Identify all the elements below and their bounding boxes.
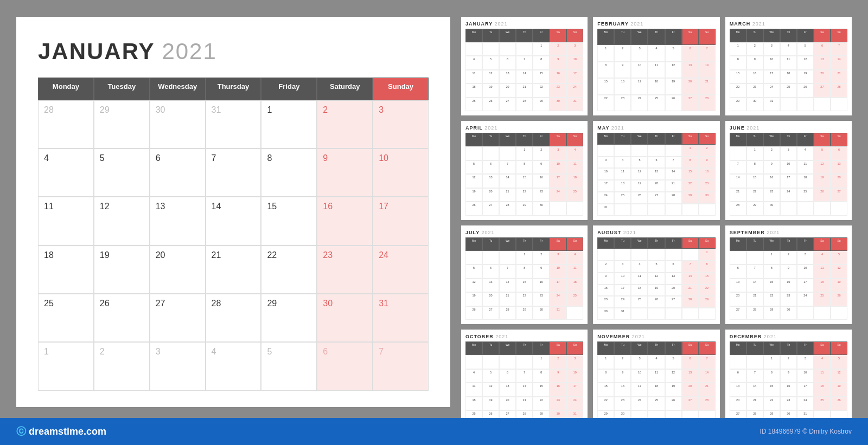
day-cell[interactable]: 3 xyxy=(150,342,206,390)
small-cal-cell[interactable]: 13 xyxy=(665,273,682,285)
small-cal-cell[interactable] xyxy=(814,202,831,215)
day-cell[interactable]: 28 xyxy=(38,100,94,149)
small-cal-cell[interactable]: 11 xyxy=(465,383,482,396)
small-cal-cell[interactable]: 12 xyxy=(648,273,665,285)
small-cal-cell[interactable]: 9 xyxy=(763,160,780,174)
small-cal-cell[interactable]: 4 xyxy=(465,56,482,69)
small-cal-cell[interactable]: 22 xyxy=(597,397,614,410)
small-cal-cell[interactable]: 5 xyxy=(831,355,847,369)
small-cal-cell[interactable]: 27 xyxy=(831,188,847,202)
small-cal-cell[interactable]: 22 xyxy=(597,95,614,112)
small-cal-cell[interactable]: 5 xyxy=(465,160,482,174)
small-cal-cell[interactable]: 15 xyxy=(597,78,614,95)
small-cal-cell[interactable]: 25 xyxy=(614,192,631,204)
day-cell[interactable]: 12 xyxy=(94,197,150,245)
small-cal-cell[interactable] xyxy=(631,249,648,261)
small-cal-cell[interactable]: 4 xyxy=(797,146,814,160)
small-cal-cell[interactable]: 9 xyxy=(746,56,763,69)
day-cell[interactable]: 2 xyxy=(94,342,150,390)
small-cal-cell[interactable]: 16 xyxy=(614,78,631,95)
small-cal-cell[interactable]: 7 xyxy=(516,369,533,383)
small-cal-cell[interactable]: 5 xyxy=(814,146,831,160)
small-cal-cell[interactable]: 9 xyxy=(550,369,566,383)
small-cal-cell[interactable]: 30 xyxy=(533,306,550,320)
day-cell[interactable]: 25 xyxy=(38,294,94,342)
small-cal-cell[interactable]: 8 xyxy=(516,265,533,278)
small-cal-cell[interactable] xyxy=(699,204,716,216)
small-cal-cell[interactable]: 20 xyxy=(831,174,847,188)
small-cal-cell[interactable]: 11 xyxy=(465,70,482,83)
small-cal-cell[interactable]: 6 xyxy=(814,42,831,56)
small-cal-cell[interactable]: 17 xyxy=(631,78,648,95)
small-cal-cell[interactable]: 8 xyxy=(730,56,746,69)
small-cal-cell[interactable]: 3 xyxy=(797,355,814,369)
day-cell[interactable]: 30 xyxy=(317,294,373,342)
small-cal-cell[interactable]: 25 xyxy=(648,397,665,410)
small-cal-cell[interactable]: 20 xyxy=(730,292,746,306)
small-cal-cell[interactable]: 2 xyxy=(550,355,566,369)
small-cal-cell[interactable] xyxy=(499,355,516,369)
small-cal-cell[interactable]: 24 xyxy=(566,83,583,97)
day-cell[interactable]: 8 xyxy=(261,149,317,197)
small-cal-cell[interactable]: 20 xyxy=(499,83,516,97)
day-cell[interactable]: 24 xyxy=(373,246,429,294)
small-cal-cell[interactable]: 18 xyxy=(465,83,482,97)
small-cal-cell[interactable]: 24 xyxy=(763,83,780,97)
small-cal-cell[interactable]: 8 xyxy=(597,369,614,383)
small-cal-cell[interactable]: 1 xyxy=(597,355,614,369)
small-cal-cell[interactable]: 17 xyxy=(566,383,583,396)
small-cal-cell[interactable]: 1 xyxy=(746,146,763,160)
small-cal-cell[interactable] xyxy=(797,306,814,320)
small-cal-cell[interactable] xyxy=(614,145,631,157)
small-cal-cell[interactable]: 31 xyxy=(550,306,566,320)
small-cal-cell[interactable]: 4 xyxy=(465,369,482,383)
small-cal-cell[interactable]: 18 xyxy=(566,279,583,292)
small-cal-cell[interactable]: 25 xyxy=(465,98,482,111)
small-cal-cell[interactable]: 22 xyxy=(682,180,699,192)
small-cal-cell[interactable] xyxy=(482,146,499,160)
small-cal-cell[interactable]: 19 xyxy=(482,83,499,97)
small-cal-cell[interactable]: 10 xyxy=(797,265,814,278)
small-cal-cell[interactable]: 6 xyxy=(648,157,665,169)
small-cal-cell[interactable]: 15 xyxy=(516,279,533,292)
small-cal-cell[interactable]: 12 xyxy=(665,369,682,383)
small-cal-cell[interactable] xyxy=(465,146,482,160)
small-cal-cell[interactable]: 1 xyxy=(533,42,550,56)
small-cal-cell[interactable]: 27 xyxy=(499,98,516,111)
small-cal-cell[interactable]: 22 xyxy=(763,397,780,410)
small-cal-cell[interactable]: 12 xyxy=(797,56,814,69)
small-cal-cell[interactable]: 30 xyxy=(550,98,566,111)
small-cal-cell[interactable]: 24 xyxy=(614,296,631,308)
small-cal-cell[interactable] xyxy=(566,306,583,320)
small-cal-cell[interactable]: 27 xyxy=(665,296,682,308)
day-cell[interactable]: 26 xyxy=(94,294,150,342)
small-cal-cell[interactable]: 20 xyxy=(682,78,699,95)
small-cal-cell[interactable]: 23 xyxy=(780,292,797,306)
small-cal-cell[interactable]: 12 xyxy=(814,160,831,174)
small-cal-cell[interactable]: 23 xyxy=(746,83,763,97)
small-cal-cell[interactable] xyxy=(482,355,499,369)
small-cal-cell[interactable]: 22 xyxy=(516,188,533,202)
small-cal-cell[interactable]: 30 xyxy=(780,306,797,320)
small-cal-cell[interactable]: 3 xyxy=(550,251,566,265)
small-cal-cell[interactable]: 13 xyxy=(482,279,499,292)
small-cal-cell[interactable]: 2 xyxy=(597,261,614,273)
small-cal-cell[interactable] xyxy=(597,249,614,261)
small-cal-cell[interactable]: 30 xyxy=(746,98,763,111)
small-cal-cell[interactable]: 3 xyxy=(780,146,797,160)
small-cal-cell[interactable]: 22 xyxy=(746,188,763,202)
small-cal-cell[interactable] xyxy=(465,42,482,56)
small-cal-cell[interactable]: 6 xyxy=(482,160,499,174)
small-cal-cell[interactable]: 29 xyxy=(730,98,746,111)
small-cal-cell[interactable]: 21 xyxy=(499,188,516,202)
small-cal-cell[interactable] xyxy=(550,202,566,215)
small-cal-cell[interactable]: 21 xyxy=(746,292,763,306)
small-cal-cell[interactable]: 2 xyxy=(550,42,566,56)
small-cal-cell[interactable] xyxy=(746,355,763,369)
small-cal-cell[interactable]: 20 xyxy=(482,188,499,202)
small-cal-cell[interactable]: 10 xyxy=(763,56,780,69)
small-cal-cell[interactable]: 10 xyxy=(631,62,648,79)
small-cal-cell[interactable]: 6 xyxy=(499,369,516,383)
small-cal-cell[interactable]: 5 xyxy=(665,45,682,62)
small-cal-cell[interactable]: 10 xyxy=(566,56,583,69)
